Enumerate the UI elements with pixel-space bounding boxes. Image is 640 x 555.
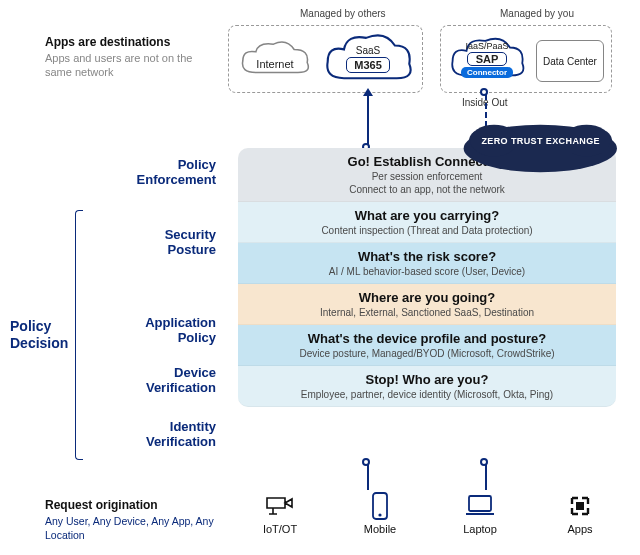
- layer-application-policy: Where are you going? Internal, External,…: [238, 284, 616, 325]
- arrow-saas-up-tip: [363, 88, 373, 96]
- laptop-label: Laptop: [463, 523, 497, 535]
- label-device-verification: Device Verification: [116, 366, 216, 396]
- apps-subtext: Apps and users are not on the same netwo…: [45, 51, 210, 80]
- mobile-icon-block: Mobile: [340, 492, 420, 535]
- saas-label: SaaS: [356, 45, 380, 56]
- apps-destinations-text: Apps are destinations Apps and users are…: [45, 35, 210, 80]
- layer-security-carrying: What are you carrying? Content inspectio…: [238, 202, 616, 243]
- label-policy-decision: Policy Decision: [10, 318, 74, 352]
- laptop-icon-block: Laptop: [440, 492, 520, 535]
- internet-label: Internet: [256, 58, 293, 70]
- iot-ot-icon-block: IoT/OT: [240, 492, 320, 535]
- apps-heading: Apps are destinations: [45, 35, 210, 49]
- bottom-icons: IoT/OT Mobile Laptop Apps: [240, 492, 620, 535]
- zero-trust-exchange-badge: ZERO TRUST EXCHANGE: [469, 130, 612, 152]
- iot-label: IoT/OT: [263, 523, 297, 535]
- apps-icon: [568, 492, 592, 520]
- arrow-laptop-up: [485, 462, 487, 490]
- arrow-laptop-origin: [480, 458, 488, 466]
- layer-identity-verification: Stop! Who are you? Employee, partner, de…: [238, 366, 616, 407]
- data-center-box: Data Center: [536, 40, 604, 82]
- layer-device-verification: What's the device profile and posture? D…: [238, 325, 616, 366]
- label-identity-verification: Identity Verification: [116, 420, 216, 450]
- policy-stack: Go! Establish Connection Per session enf…: [238, 148, 616, 407]
- arrow-mobile-origin: [362, 458, 370, 466]
- managed-by-others-label: Managed by others: [300, 8, 386, 19]
- mobile-label: Mobile: [364, 523, 396, 535]
- svg-rect-5: [469, 496, 491, 511]
- arrow-saas-up: [367, 94, 369, 146]
- policy-decision-brace: [75, 210, 83, 460]
- sap-pill: SAP: [467, 52, 508, 66]
- label-policy-enforcement: Policy Enforcement: [106, 158, 216, 188]
- managed-by-you-label: Managed by you: [500, 8, 574, 19]
- label-application-policy: Application Policy: [116, 316, 216, 346]
- iaas-cloud: IaaS/PaaS SAP Connector: [446, 30, 528, 88]
- apps-label: Apps: [567, 523, 592, 535]
- mobile-icon: [371, 492, 389, 520]
- arrow-iaas-origin: [480, 88, 488, 96]
- label-security-posture: Security Posture: [126, 228, 216, 258]
- m365-pill: M365: [346, 57, 390, 73]
- layer-security-risk: What's the risk score? AI / ML behavior-…: [238, 243, 616, 284]
- internet-cloud: Internet: [236, 38, 314, 84]
- svg-point-4: [378, 513, 381, 516]
- request-origination-heading: Request origination: [45, 498, 225, 512]
- laptop-icon: [463, 492, 497, 520]
- request-origination-text: Request origination Any User, Any Device…: [45, 498, 225, 542]
- apps-icon-block: Apps: [540, 492, 620, 535]
- connector-badge: Connector: [461, 67, 513, 78]
- saas-cloud: SaaS M365: [320, 30, 416, 88]
- camera-icon: [265, 492, 295, 520]
- svg-rect-6: [576, 502, 584, 510]
- arrow-mobile-up: [367, 462, 369, 490]
- iaas-label: IaaS/PaaS: [465, 41, 508, 51]
- request-origination-sub: Any User, Any Device, Any App, Any Locat…: [45, 514, 225, 542]
